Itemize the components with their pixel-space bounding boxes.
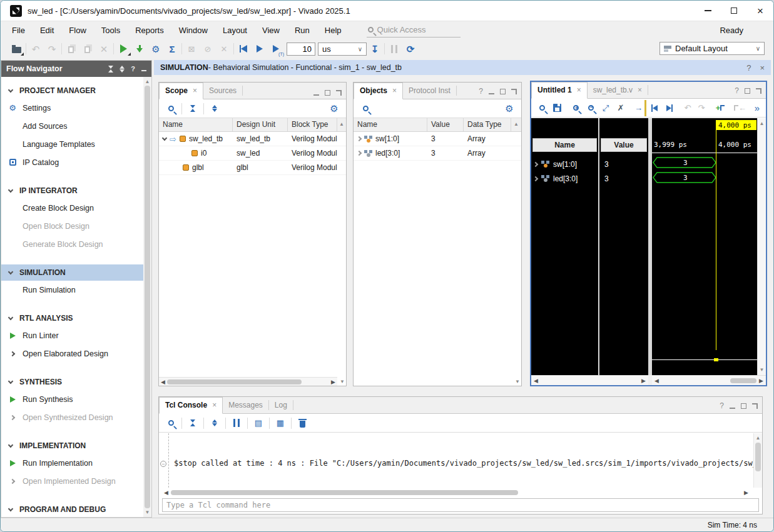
wave-vscrollbar[interactable]: ▲ ▼: [757, 118, 766, 375]
tab-sw-led-tb-v[interactable]: sw_led_tb.v×: [588, 83, 648, 98]
swap-cursor-icon[interactable]: ↶: [681, 100, 694, 116]
sidebar-item-create-block-design[interactable]: Create Block Design: [1, 199, 143, 217]
section-simulation[interactable]: SIMULATION: [1, 264, 143, 281]
tab-protocol-inst[interactable]: Protocol Inst: [403, 83, 456, 99]
column-value[interactable]: Value: [427, 118, 464, 131]
section-project-manager[interactable]: PROJECT MANAGER: [1, 83, 143, 99]
close-icon[interactable]: ×: [577, 86, 581, 94]
objects-row-led[interactable]: led[3:0] 3 Array: [354, 146, 521, 161]
scope-row-glbl[interactable]: glbl glbl Verilog Module: [159, 161, 346, 175]
scroll-up-icon[interactable]: ▲: [143, 78, 151, 86]
save-button[interactable]: [550, 100, 564, 116]
tcl-vscrollbar[interactable]: ▲: [753, 433, 762, 488]
wave-column-name[interactable]: Name: [532, 138, 597, 152]
scroll-left-icon[interactable]: ◀: [159, 379, 167, 385]
close-icon[interactable]: ×: [760, 63, 765, 73]
step-button[interactable]: ↧: [367, 41, 383, 57]
redo-button[interactable]: ↷: [44, 41, 60, 57]
collapse-all-icon[interactable]: [185, 415, 201, 431]
float-panel-icon[interactable]: [336, 90, 342, 96]
paste-button[interactable]: [79, 41, 96, 57]
objects-row-sw[interactable]: sw[1:0] 3 Array: [354, 132, 521, 146]
maximize-panel-icon[interactable]: [745, 88, 750, 94]
no-cursor-icon[interactable]: ✗: [614, 100, 628, 116]
close-icon[interactable]: ×: [212, 401, 216, 409]
maximize-panel-icon[interactable]: [741, 403, 746, 409]
previous-transition-button[interactable]: [648, 100, 661, 116]
clear-console-button[interactable]: [294, 415, 310, 431]
clear-breakpoints-button[interactable]: ⊘: [200, 41, 216, 57]
help-icon[interactable]: ?: [479, 87, 483, 96]
sidebar-item-open-block-design[interactable]: Open Block Design: [1, 217, 143, 235]
chevron-right-icon[interactable]: [533, 161, 538, 166]
scope-hscrollbar[interactable]: ◀ ▶: [159, 377, 337, 386]
chevron-right-icon[interactable]: [357, 151, 362, 156]
scroll-up-icon[interactable]: ▲: [754, 434, 762, 442]
scroll-left-icon[interactable]: ◀: [161, 489, 171, 496]
pause-output-button[interactable]: [228, 415, 245, 431]
wave-signal-sw[interactable]: sw[1:0]: [534, 157, 577, 171]
close-icon[interactable]: ×: [193, 86, 197, 95]
column-name[interactable]: Name: [159, 118, 233, 131]
tcl-hscrollbar[interactable]: ◀ ▶: [161, 488, 751, 497]
sidebar-item-open-implemented-design[interactable]: Open Implemented Design: [1, 472, 143, 490]
fold-toggle-icon[interactable]: –: [160, 461, 166, 467]
search-icon[interactable]: [357, 101, 374, 117]
collapse-all-icon[interactable]: [185, 101, 201, 117]
sidebar-item-open-elaborated-design[interactable]: Open Elaborated Design: [1, 344, 143, 363]
tab-log[interactable]: Log: [269, 398, 293, 413]
column-design-unit[interactable]: Design Unit: [233, 118, 288, 131]
previous-marker-button[interactable]: ←: [733, 100, 748, 116]
delete-breakpoints-button[interactable]: ✕: [216, 41, 232, 57]
gear-icon[interactable]: ⚙: [501, 101, 517, 117]
maximize-panel-icon[interactable]: [325, 90, 330, 96]
scroll-down-icon[interactable]: ▼: [143, 508, 151, 516]
minimize-panel-icon[interactable]: [489, 93, 494, 94]
sidebar-item-ip-catalog[interactable]: IP Catalog: [1, 153, 143, 171]
sidebar-item-run-synthesis[interactable]: Run Synthesis: [1, 390, 143, 408]
settings-button[interactable]: ⚙: [148, 41, 164, 57]
menu-run[interactable]: Run: [287, 23, 317, 38]
minimize-button[interactable]: [695, 1, 721, 20]
copy-output-icon[interactable]: ▤: [250, 415, 267, 431]
help-icon[interactable]: ?: [720, 401, 724, 410]
scroll-up-icon[interactable]: ▲: [337, 118, 346, 131]
zoom-fit-icon[interactable]: ⤢: [599, 100, 613, 116]
open-project-button[interactable]: [8, 41, 24, 57]
sim-time-input[interactable]: [287, 43, 315, 56]
maximize-button[interactable]: [721, 1, 747, 20]
tcl-console-output[interactable]: – $stop called at time : 4 ns : File "C:…: [159, 433, 753, 488]
maximize-panel-icon[interactable]: [500, 89, 506, 94]
menu-help[interactable]: Help: [317, 23, 349, 38]
expand-all-icon[interactable]: [206, 101, 223, 117]
scroll-up-icon[interactable]: ▲: [758, 119, 766, 128]
float-panel-icon[interactable]: [511, 89, 517, 94]
zoom-out-icon[interactable]: [584, 100, 598, 116]
scroll-down-icon[interactable]: ▼: [340, 379, 345, 384]
tab-tcl-console[interactable]: Tcl Console×: [159, 397, 223, 414]
layout-select[interactable]: Default Layout ∨: [659, 42, 765, 55]
search-icon[interactable]: [163, 415, 179, 431]
sidebar-item-add-sources[interactable]: Add Sources: [1, 117, 143, 135]
sidebar-item-generate-block-design[interactable]: Generate Block Design: [1, 235, 143, 253]
sidebar-item-run-simulation[interactable]: Run Simulation: [1, 281, 143, 299]
tab-untitled-1[interactable]: Untitled 1×: [531, 82, 588, 99]
menu-flow[interactable]: Flow: [61, 23, 93, 38]
scroll-down-icon[interactable]: ▼: [515, 379, 520, 384]
run-button[interactable]: [115, 41, 131, 57]
float-panel-icon[interactable]: [752, 403, 758, 409]
report-table-icon[interactable]: ▦: [272, 415, 288, 431]
expand-all-icon[interactable]: [120, 66, 125, 73]
delete-button[interactable]: ✕: [96, 41, 112, 57]
time-unit-select[interactable]: us ∨: [318, 43, 367, 56]
undo-button[interactable]: ↶: [28, 41, 44, 57]
add-marker-button[interactable]: +: [713, 100, 728, 116]
help-icon[interactable]: ?: [746, 63, 751, 73]
help-icon[interactable]: ?: [131, 65, 135, 73]
sidebar-item-run-linter[interactable]: Run Linter: [1, 326, 143, 344]
menu-window[interactable]: Window: [171, 23, 215, 38]
scroll-up-icon[interactable]: ▲: [511, 118, 521, 131]
tcl-command-input[interactable]: [163, 499, 758, 511]
toolbar-overflow-icon[interactable]: »: [749, 100, 765, 116]
wave-signal-led[interactable]: led[3:0]: [534, 171, 578, 186]
